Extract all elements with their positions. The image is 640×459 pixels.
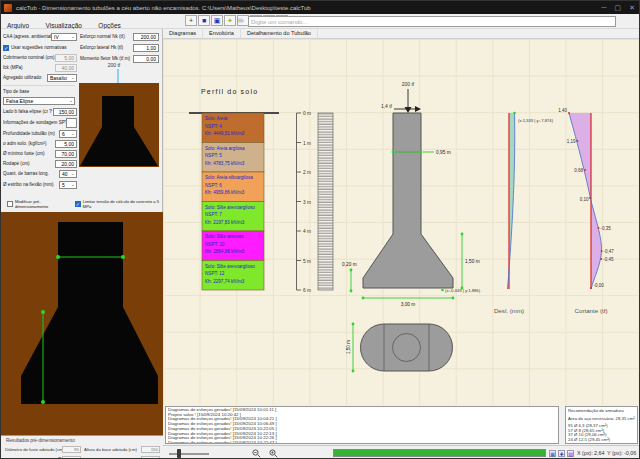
svg-text:1 m: 1 m	[303, 141, 311, 146]
estribo-select[interactable]: 5	[59, 181, 77, 189]
cobrimento-row: Cobrimento nominal (cm) 5,00	[3, 53, 77, 62]
plus-icon[interactable]: ✚	[558, 450, 565, 457]
add-button[interactable]: +	[185, 15, 197, 26]
svg-text:1,40: 1,40	[558, 108, 567, 113]
close-button[interactable]: ✕	[629, 4, 635, 12]
svg-text:Solo: Areia siltoargilosa: Solo: Areia siltoargilosa	[205, 175, 253, 180]
usar-sugestoes-row: Usar sugestões normativas	[3, 43, 77, 52]
shaft-diameter-dim: 0,95 m	[436, 150, 451, 155]
svg-text:Kh: 4959,86 kN/m3: Kh: 4959,86 kN/m3	[205, 190, 245, 195]
lado-b-row: Lado b falsa elipse (cm) ? 150,00	[3, 107, 77, 116]
predim-drawing[interactable]	[1, 212, 163, 435]
menu-opcoes[interactable]: Opções	[92, 19, 126, 29]
drawing-canvas[interactable]: Perfil do solo Solo: Areia NSPT: 4 Kh: 4…	[163, 39, 640, 405]
rodape-row: Rodapé (cm) 20,00	[3, 159, 77, 168]
app-icon	[4, 4, 12, 12]
normal-input[interactable]: 200,00	[133, 33, 159, 41]
svg-text:1,19: 1,19	[567, 139, 576, 144]
svg-text:NSPT: 5: NSPT: 5	[205, 153, 222, 158]
tab-envoltoria[interactable]: Envoltória	[203, 29, 241, 38]
svg-text:-0,35: -0,35	[601, 226, 612, 231]
maximize-button[interactable]: ▢	[615, 4, 622, 12]
caa-select[interactable]: IV	[51, 33, 77, 41]
sigma-label: σ adm solo. (kgf/cm²)	[3, 141, 55, 146]
agregado-label: Agregado utilizado:	[3, 75, 47, 80]
diametro-label: Diâmetro do fuste adotado (cm)	[5, 447, 62, 452]
lado-b-input[interactable]: 150,00	[53, 108, 77, 116]
soil-layer: Solo: Areia NSPT: 4 Kh: 4449,51 kN/m3	[202, 113, 264, 143]
armadura-title: Recomendação de armadura	[568, 408, 635, 413]
minimize-button[interactable]: ─	[602, 4, 607, 12]
outline-square-button[interactable]: ▣	[211, 15, 223, 26]
usar-sugestoes-checkbox[interactable]	[3, 45, 9, 51]
sondagem-label: Informações de sondagem SPT —>	[3, 120, 66, 125]
tipo-base-select[interactable]: Falsa Elipse	[3, 97, 75, 105]
solid-square-button[interactable]: ■	[198, 15, 210, 26]
lateral-row: Esforço lateral Hk (tf) 1,00	[80, 43, 159, 52]
log-list[interactable]: Diagramas de esforços gerados! [15/09/20…	[165, 406, 559, 444]
svg-text:Kh: 4449,51 kN/m3: Kh: 4449,51 kN/m3	[205, 131, 245, 136]
rodape-input[interactable]: 20,00	[55, 160, 77, 168]
lateral-input[interactable]: 1,00	[133, 44, 159, 52]
fck-value: 40,00	[55, 64, 77, 72]
zoom-in-icon[interactable]	[269, 449, 278, 458]
profundidade-row: Profundidade tubulão (m) 6	[3, 129, 77, 138]
normal-label: Esforço normal Nk (tf)	[80, 34, 133, 39]
x-coord-label: X (px):	[577, 450, 593, 456]
barras-select[interactable]: 40	[59, 170, 77, 178]
sondagem-table-button[interactable]	[66, 118, 77, 128]
desl-top-annotation: (x:1,533 | y:-7,874)	[518, 118, 554, 123]
diagram-svg: Perfil do solo Solo: Areia NSPT: 4 Kh: 4…	[163, 39, 640, 405]
svg-text:Solo: Areia argilosa: Solo: Areia argilosa	[205, 146, 245, 151]
table-icon[interactable]: ▦	[549, 450, 556, 457]
altura-value: 150	[141, 446, 160, 453]
diam-min-input[interactable]: 70,00	[55, 150, 77, 158]
beta-value: 60,3	[141, 456, 160, 459]
rodape-dim: 0,20 m	[342, 262, 357, 267]
help-icon[interactable]: ?	[49, 109, 52, 114]
command-icon: ✉	[237, 17, 243, 25]
soil-layer: Solo: Areia argilosa NSPT: 5 Kh: 4783,75…	[202, 143, 264, 173]
limitar-label: Limitar tensão de cálculo do concreto a …	[83, 199, 163, 209]
desl-chart: (x:1,533 | y:-7,874) (x:-0,449 | y:1,886…	[441, 112, 553, 314]
barras-label: Quant. de barras long.	[3, 171, 59, 176]
cortante-chart: 1,40 1,19 0,68 0,10 -0,35 -0,47 -0,45 -0…	[558, 108, 614, 314]
soil-layer: Solo: Silte arenoargiloso NSPT: 7 Kh: 21…	[202, 202, 264, 232]
sigma-input[interactable]: 5,00	[55, 140, 77, 148]
depth-ruler	[297, 113, 302, 290]
limitar-checkbox[interactable]	[75, 201, 81, 207]
profundidade-select[interactable]: 6	[59, 130, 77, 138]
zoom-out-icon[interactable]	[252, 449, 261, 458]
purple-table-icon[interactable]: ▨	[567, 450, 574, 457]
depth-labels: 0 m 1 m 2 m 3 m 4 m 5 m 6 m	[303, 111, 311, 293]
profundidade-label: Profundidade tubulão (m)	[3, 131, 59, 136]
command-input[interactable]	[248, 16, 616, 27]
svg-text:NSPT: 12: NSPT: 12	[205, 271, 225, 276]
svg-text:Solo: Silte arenoso: Solo: Silte arenoso	[205, 234, 244, 239]
down-arrow-icon	[405, 107, 412, 113]
agregado-select[interactable]: Basalto	[47, 74, 77, 82]
cobrimento-label: Cobrimento nominal (cm)	[3, 55, 55, 60]
tab-diagramas[interactable]: Diagramas	[163, 29, 203, 38]
menu-arquivo[interactable]: Arquivo	[1, 19, 35, 29]
diametro-value: 95	[62, 446, 81, 453]
main-area: Diagramas Envoltória Detalhamento do Tub…	[163, 29, 640, 459]
cortante-title: Cortante (tf)	[574, 307, 607, 314]
svg-text:Kh: 2297,74 kN/m3: Kh: 2297,74 kN/m3	[205, 279, 245, 284]
progress-bar	[333, 449, 546, 457]
zoom-slider[interactable]	[169, 453, 209, 455]
diam-min-row: Ø mínimo fuste (cm) 70,00	[3, 149, 77, 158]
tab-detalhamento[interactable]: Detalhamento do Tubulão	[241, 29, 318, 38]
profile-title: Perfil do solo	[201, 88, 258, 95]
sondagem-row: Informações de sondagem SPT —>	[3, 118, 77, 127]
generate-button[interactable]: ✦	[224, 15, 236, 26]
sigma-row: σ adm solo. (kgf/cm²) 5,00	[3, 139, 77, 148]
zoom-slider-handle[interactable]	[177, 449, 181, 458]
modificar-checkbox[interactable]	[7, 201, 13, 207]
menu-visualizacao[interactable]: Visualização	[40, 19, 88, 29]
right-arrow-icon	[415, 106, 421, 112]
armadura-option: 24 Ø 12,5 (29,45 cm²)	[568, 438, 635, 443]
svg-text:NSPT: 6: NSPT: 6	[205, 183, 222, 188]
svg-text:Solo: Silte arenoargiloso: Solo: Silte arenoargiloso	[205, 264, 255, 269]
tubulao-plan	[361, 324, 453, 371]
